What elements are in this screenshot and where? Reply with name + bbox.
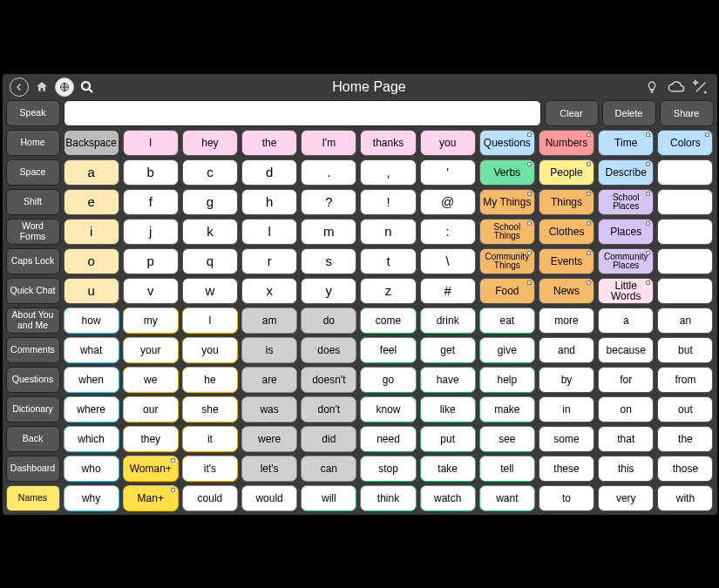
cell[interactable] (657, 219, 713, 245)
cell[interactable]: k (182, 219, 238, 245)
cell[interactable]: I (123, 130, 179, 156)
side-shift[interactable]: Shift (6, 189, 60, 215)
cell[interactable]: which (64, 426, 119, 452)
cell[interactable]: n (360, 219, 416, 245)
cell[interactable]: because (598, 337, 654, 363)
cell[interactable]: get (420, 337, 476, 363)
search-icon[interactable] (78, 78, 97, 97)
cell[interactable]: go (360, 367, 416, 393)
cloud-icon[interactable] (667, 78, 686, 97)
cell[interactable]: eat (479, 308, 535, 334)
globe-icon[interactable] (55, 78, 74, 97)
cell[interactable]: watch (420, 485, 476, 511)
cell[interactable]: you (182, 337, 238, 363)
cell[interactable]: e (64, 189, 119, 215)
cell[interactable]: u (64, 278, 119, 304)
cell[interactable]: w (182, 278, 238, 304)
cell[interactable]: put (420, 426, 476, 452)
cell[interactable]: some (539, 426, 594, 452)
cell[interactable]: i (64, 219, 119, 245)
cell[interactable]: they (123, 426, 179, 452)
cell[interactable]: have (420, 367, 476, 393)
cell[interactable]: People (539, 159, 594, 186)
cell[interactable]: do (301, 308, 356, 334)
cell[interactable]: # (420, 278, 476, 304)
cell[interactable]: Numbers (539, 130, 594, 156)
side-names[interactable]: Names (6, 485, 60, 511)
cell[interactable]: the (241, 130, 297, 156)
cell[interactable]: am (241, 308, 297, 334)
cell[interactable]: t (360, 248, 416, 274)
side-back[interactable]: Back (6, 426, 60, 452)
side-space[interactable]: Space (6, 159, 60, 186)
cell[interactable]: Little Words (598, 278, 654, 304)
cell[interactable]: my (123, 308, 179, 334)
cell[interactable]: come (360, 308, 416, 334)
cell[interactable]: he (182, 367, 238, 393)
cell[interactable]: y (301, 278, 356, 304)
cell[interactable]: the (657, 426, 713, 452)
side-word-forms[interactable]: Word Forms (6, 219, 60, 245)
magic-wand-icon[interactable] (691, 78, 710, 97)
side-dashboard[interactable]: Dashboard (6, 456, 60, 482)
cell[interactable]: can (301, 456, 356, 482)
cell[interactable]: it's (182, 456, 238, 482)
cell[interactable]: News (539, 278, 594, 304)
cell[interactable]: to (539, 485, 594, 511)
cell[interactable]: those (657, 456, 713, 482)
cell[interactable]: I (182, 308, 238, 334)
cell[interactable]: ! (360, 189, 416, 215)
cell[interactable]: when (64, 367, 119, 393)
lightbulb-icon[interactable] (642, 78, 661, 97)
cell[interactable]: f (123, 189, 179, 215)
cell[interactable] (657, 278, 713, 304)
cell[interactable]: it (182, 426, 238, 452)
cell[interactable]: but (657, 337, 713, 363)
cell[interactable]: think (360, 485, 416, 511)
cell[interactable]: h (241, 189, 297, 215)
clear-button[interactable]: Clear (545, 100, 599, 126)
cell[interactable]: l (241, 219, 297, 245)
cell[interactable]: feel (360, 337, 416, 363)
cell[interactable]: z (360, 278, 416, 304)
cell[interactable]: Community Things (479, 248, 535, 274)
cell[interactable]: why (64, 485, 119, 511)
cell[interactable]: : (420, 219, 476, 245)
cell[interactable]: these (539, 456, 594, 482)
cell[interactable]: d (241, 159, 297, 186)
cell[interactable]: b (123, 159, 179, 186)
cell[interactable]: take (420, 456, 476, 482)
cell[interactable]: need (360, 426, 416, 452)
cell[interactable]: make (479, 396, 535, 422)
cell[interactable]: m (301, 219, 356, 245)
cell[interactable]: what (64, 337, 119, 363)
cell[interactable]: were (241, 426, 297, 452)
cell[interactable]: My Things (479, 189, 535, 215)
cell[interactable]: Describe (598, 159, 654, 186)
cell[interactable]: on (598, 396, 654, 422)
cell[interactable]: Woman+ (123, 456, 179, 482)
side-comments[interactable]: Comments (6, 337, 60, 363)
cell[interactable]: ? (301, 189, 356, 215)
cell[interactable]: with (657, 485, 713, 511)
cell[interactable]: in (539, 396, 594, 422)
back-icon[interactable] (10, 78, 29, 97)
cell[interactable]: @ (420, 189, 476, 215)
cell[interactable]: Clothes (539, 219, 594, 245)
cell[interactable]: is (241, 337, 297, 363)
side-home[interactable]: Home (6, 130, 60, 156)
side-questions[interactable]: Questions (6, 367, 60, 393)
cell[interactable]: School Places (598, 189, 654, 215)
cell[interactable]: ' (420, 159, 476, 186)
side-dictionary[interactable]: Dictionary (6, 396, 60, 422)
cell[interactable]: Verbs (479, 159, 535, 186)
home-icon[interactable] (32, 78, 51, 97)
cell[interactable]: r (241, 248, 297, 274)
cell[interactable]: drink (420, 308, 476, 334)
cell[interactable]: our (123, 396, 179, 422)
cell[interactable]: know (360, 396, 416, 422)
share-button[interactable]: Share (660, 100, 714, 126)
cell[interactable] (657, 248, 713, 274)
cell[interactable]: who (64, 456, 119, 482)
cell[interactable]: was (241, 396, 297, 422)
